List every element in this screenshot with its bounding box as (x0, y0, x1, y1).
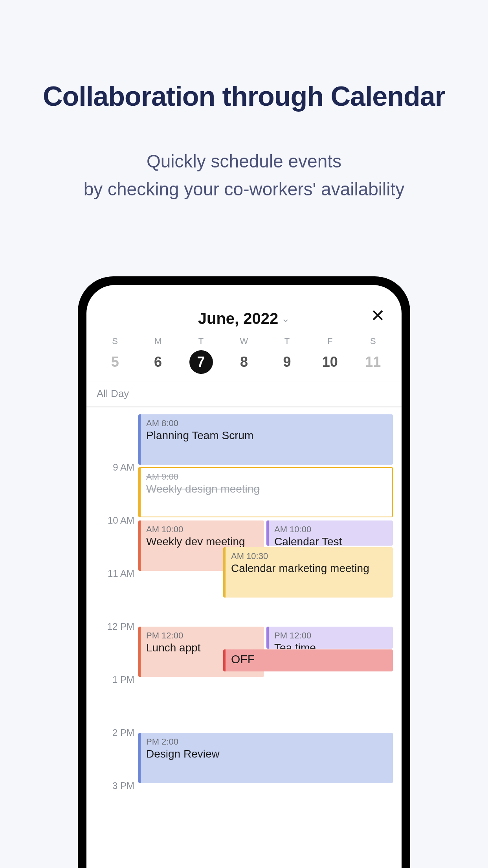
event-title: Tea time (274, 642, 387, 649)
day-number-selected: 7 (189, 350, 213, 374)
event-calendar-marketing[interactable]: AM 10:30 Calendar marketing meeting (223, 547, 393, 598)
hour-9am: 9 AM (99, 462, 134, 473)
dow-label: F (327, 336, 332, 346)
event-design-review[interactable]: PM 2:00 Design Review (138, 733, 393, 783)
phone-frame: June, 2022 ⌄ ✕ S 5 M 6 T 7 W 8 T 9 (78, 276, 410, 868)
event-title: Calendar marketing meeting (231, 562, 387, 575)
hour-12pm: 12 PM (99, 621, 134, 632)
event-title: Design Review (146, 748, 387, 760)
hour-10am: 10 AM (99, 515, 134, 526)
chevron-down-icon[interactable]: ⌄ (281, 313, 290, 325)
event-tea-time[interactable]: PM 12:00 Tea time (266, 627, 393, 649)
event-time: AM 9:00 (146, 472, 387, 482)
event-title: Weekly dev meeting (146, 535, 259, 548)
hour-11am: 11 AM (99, 568, 134, 579)
week-row: S 5 M 6 T 7 W 8 T 9 F 10 (86, 336, 402, 381)
event-planning-scrum[interactable]: AM 8:00 Planning Team Scrum (138, 414, 393, 465)
dow-label: T (284, 336, 290, 346)
event-time: PM 2:00 (146, 737, 387, 747)
day-tue[interactable]: T 7 (180, 336, 222, 374)
day-number: 6 (146, 350, 170, 374)
subhead-line1: Quickly schedule events (147, 151, 341, 171)
hour-1pm: 1 PM (99, 674, 134, 685)
subhead-line2: by checking your co-workers' availabilit… (84, 179, 405, 199)
event-time: AM 10:30 (231, 551, 387, 561)
event-off[interactable]: OFF (223, 649, 393, 671)
event-weekly-design-cancelled[interactable]: AM 9:00 Weekly design meeting (138, 467, 393, 517)
promo-subhead: Quickly schedule events by checking your… (0, 147, 488, 204)
day-number: 5 (103, 350, 127, 374)
event-time: PM 12:00 (146, 631, 259, 641)
all-day-label: All Day (97, 388, 129, 399)
dow-label: S (370, 336, 376, 346)
event-title: OFF (231, 653, 387, 666)
day-number: 8 (232, 350, 256, 374)
day-number: 10 (318, 350, 342, 374)
phone-screen: June, 2022 ⌄ ✕ S 5 M 6 T 7 W 8 T 9 (86, 285, 402, 868)
dow-label: S (112, 336, 118, 346)
hour-3pm: 3 PM (99, 780, 134, 791)
day-mon[interactable]: M 6 (136, 336, 179, 374)
dow-label: M (154, 336, 161, 346)
dow-label: T (198, 336, 204, 346)
promo-headline: Collaboration through Calendar (0, 81, 488, 112)
day-wed[interactable]: W 8 (222, 336, 265, 374)
day-fri[interactable]: F 10 (308, 336, 351, 374)
event-time: PM 12:00 (274, 631, 387, 641)
event-title: Planning Team Scrum (146, 429, 387, 442)
event-title: Calendar Test (274, 535, 387, 546)
day-sat[interactable]: S 11 (352, 336, 394, 374)
dow-label: W (240, 336, 248, 346)
day-number: 9 (275, 350, 299, 374)
event-time: AM 10:00 (146, 524, 259, 535)
month-title[interactable]: June, 2022 (198, 310, 279, 327)
all-day-row: All Day (86, 381, 402, 406)
event-title: Weekly design meeting (146, 483, 387, 495)
day-number: 11 (361, 350, 385, 374)
calendar-header: June, 2022 ⌄ ✕ (86, 285, 402, 331)
day-thu[interactable]: T 9 (266, 336, 308, 374)
hour-2pm: 2 PM (99, 727, 134, 738)
event-time: AM 8:00 (146, 418, 387, 428)
timeline[interactable]: 9 AM 10 AM 11 AM 12 PM 1 PM 2 PM 3 PM AM… (86, 414, 402, 868)
event-time: AM 10:00 (274, 524, 387, 535)
event-calendar-test[interactable]: AM 10:00 Calendar Test (266, 520, 393, 546)
close-icon[interactable]: ✕ (371, 307, 385, 324)
day-sun[interactable]: S 5 (94, 336, 136, 374)
